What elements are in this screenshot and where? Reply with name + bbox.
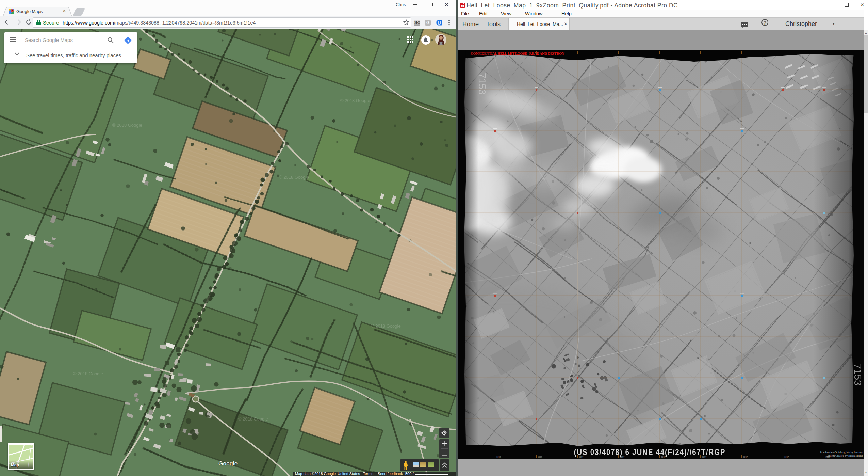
svg-text:7153: 7153 <box>477 73 488 95</box>
svg-text:CONFIDENTIAL HELL LET LOOSE -: CONFIDENTIAL HELL LET LOOSE - READ AND D… <box>471 51 564 55</box>
svg-text:7153: 7153 <box>852 364 863 386</box>
svg-text:Frankenstein Stitching Job by: Frankenstein Stitching Job by hotsoup <box>820 451 863 454</box>
svg-text:Content Created by Black Matte: Content Created by Black Matter <box>826 454 863 457</box>
